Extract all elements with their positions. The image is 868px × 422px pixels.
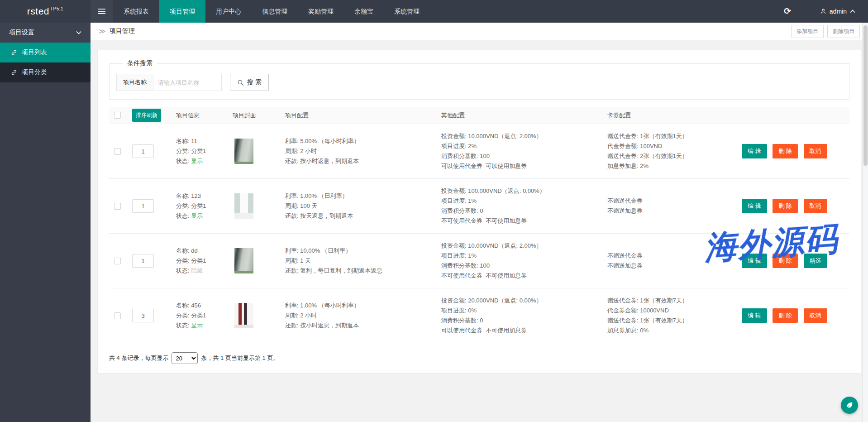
page-size-select[interactable]: 20 xyxy=(172,352,198,364)
edit-button[interactable]: 编 辑 xyxy=(742,254,767,268)
sort-order-input[interactable] xyxy=(132,199,154,213)
admin-username: admin xyxy=(830,8,847,15)
edit-button[interactable]: 编 辑 xyxy=(742,144,767,158)
status-badge: 显示 xyxy=(191,322,203,329)
sort-refresh-button[interactable]: 排序刷新 xyxy=(132,109,161,122)
sidebar-group-project-settings[interactable]: 项目设置 xyxy=(0,23,91,43)
table-row: 名称: 456 分类: 分类1 状态: 显示 利率: 1.00% （每小时利率）… xyxy=(109,288,849,343)
config-line: 还款: 按天返息，到期返本 xyxy=(285,211,438,221)
nav-project-management[interactable]: 项目管理 xyxy=(159,0,205,23)
delete-button[interactable]: 删 除 xyxy=(773,308,798,323)
coupon-line: 加息券加息: 0% xyxy=(607,326,738,336)
other-line: 可以使用代金券 不可使用加息券 xyxy=(441,326,604,336)
delete-project-button[interactable]: 删除项目 xyxy=(827,25,860,38)
row-checkbox[interactable] xyxy=(114,312,121,319)
admin-menu[interactable]: admin xyxy=(799,0,868,23)
pagination-summary: 共 4 条记录，每页显示 xyxy=(109,354,168,362)
chevron-up-icon xyxy=(850,10,855,13)
other-line: 投资金额: 10.000VND（返点: 2.00%） xyxy=(441,131,604,141)
breadcrumb-bar: ≫ 项目管理 添加项目 删除项目 xyxy=(91,23,868,40)
project-name-input[interactable] xyxy=(153,74,222,91)
delete-button[interactable]: 删 除 xyxy=(773,254,798,268)
scrollbar-thumb[interactable] xyxy=(863,25,868,166)
other-line: 投资金额: 100.000VND（返点: 0.00%） xyxy=(441,186,604,196)
user-icon xyxy=(820,8,826,14)
search-button-label: 搜 索 xyxy=(247,78,262,86)
coupon-line: 不赠送代金券 xyxy=(607,196,738,206)
project-cover-image xyxy=(234,303,253,328)
menu-toggle-button[interactable] xyxy=(91,0,113,23)
nav-reward-management[interactable]: 奖励管理 xyxy=(298,0,344,23)
project-status: 状态: 隐藏 xyxy=(176,266,229,276)
project-cover-image xyxy=(234,248,253,273)
edit-button[interactable]: 编 辑 xyxy=(742,308,767,323)
edit-button[interactable]: 编 辑 xyxy=(742,199,767,213)
other-line: 消费积分基数: 100 xyxy=(441,151,604,161)
floating-action-button[interactable] xyxy=(841,397,858,414)
delete-button[interactable]: 删 除 xyxy=(773,199,798,213)
search-button[interactable]: 搜 索 xyxy=(230,74,269,91)
row-checkbox[interactable] xyxy=(114,258,121,264)
config-line: 还款: 按小时返息，到期返本 xyxy=(285,156,438,166)
select-all-checkbox[interactable] xyxy=(114,112,121,119)
nav-yuebao[interactable]: 余额宝 xyxy=(344,0,384,23)
col-header-coupon: 卡券配置 xyxy=(604,111,738,120)
coupon-line: 不赠送加息券 xyxy=(607,206,738,216)
project-name: 名称: dd xyxy=(176,246,229,256)
sort-order-input[interactable] xyxy=(132,144,154,158)
project-name: 名称: 456 xyxy=(176,301,229,311)
config-line: 还款: 复利，每日复利，到期返本返息 xyxy=(285,266,438,276)
config-line: 周期: 2 小时 xyxy=(285,311,438,321)
page-title: 项目管理 xyxy=(110,27,135,35)
cancel-button[interactable]: 取消 xyxy=(804,199,827,213)
logo-version: TP5.1 xyxy=(50,6,63,11)
pagination-pages: 条，共 1 页当前显示第 1 页。 xyxy=(201,354,279,362)
coupon-line: 加息券加息: 2% xyxy=(607,161,738,171)
sidebar-item-project-list[interactable]: 项目列表 xyxy=(0,43,91,62)
project-category: 分类: 分类1 xyxy=(176,256,229,266)
other-line: 消费积分基数: 0 xyxy=(441,206,604,216)
nav-user-center[interactable]: 用户中心 xyxy=(205,0,252,23)
config-line: 利率: 1.00% （日利率） xyxy=(285,191,438,201)
search-row: 项目名称 搜 索 xyxy=(116,74,842,91)
search-icon xyxy=(237,79,244,86)
refresh-icon[interactable]: ⟳ xyxy=(776,0,799,23)
nav-system-management[interactable]: 系统管理 xyxy=(384,0,430,23)
app-logo: rstedTP5.1 xyxy=(0,0,91,23)
page-actions: 添加项目 删除项目 xyxy=(791,25,860,38)
nav-system-reports[interactable]: 系统报表 xyxy=(113,0,159,23)
sidebar-item-label: 项目分类 xyxy=(22,68,47,77)
scrollbar-track[interactable] xyxy=(862,23,868,422)
delete-button[interactable]: 删 除 xyxy=(773,144,798,158)
row-checkbox[interactable] xyxy=(114,148,121,155)
row-checkbox[interactable] xyxy=(114,203,121,210)
topbar: rstedTP5.1 系统报表 项目管理 用户中心 信息管理 奖励管理 余额宝 … xyxy=(0,0,868,23)
search-panel-legend: 条件搜索 xyxy=(123,59,157,67)
add-project-button[interactable]: 添加项目 xyxy=(791,25,824,38)
cancel-button[interactable]: 取消 xyxy=(804,308,827,323)
sort-order-input[interactable] xyxy=(132,254,154,268)
config-line: 利率: 5.00% （每小时利率） xyxy=(285,136,438,146)
coupon-line: 赠送代金券: 1张（有效期1天） xyxy=(607,131,738,141)
sort-order-input[interactable] xyxy=(132,309,154,322)
config-line: 还款: 按小时返息，到期返本 xyxy=(285,321,438,331)
sidebar-item-project-category[interactable]: 项目分类 xyxy=(0,62,91,82)
link-icon xyxy=(11,49,17,56)
nav-info-management[interactable]: 信息管理 xyxy=(252,0,298,23)
breadcrumb-chevrons-icon: ≫ xyxy=(99,27,106,35)
featured-button[interactable]: 精选 xyxy=(804,254,827,268)
sidebar: 项目设置 项目列表 项目分类 xyxy=(0,23,91,422)
leaf-icon xyxy=(845,401,854,410)
chevron-down-icon xyxy=(76,31,81,34)
other-line: 项目进度: 1% xyxy=(441,196,604,206)
project-name-label: 项目名称 xyxy=(116,74,153,91)
config-line: 利率: 1.00% （每小时利率） xyxy=(285,301,438,311)
table-header-row: 排序刷新 项目信息 项目封面 项目配置 其他配置 卡券配置 xyxy=(109,107,849,124)
topbar-right: ⟳ admin xyxy=(776,0,868,23)
col-header-cover: 项目封面 xyxy=(229,111,281,120)
table-row: 名称: 11 分类: 分类1 状态: 显示 利率: 5.00% （每小时利率） … xyxy=(109,124,849,179)
project-category: 分类: 分类1 xyxy=(176,311,229,321)
cancel-button[interactable]: 取消 xyxy=(804,144,827,158)
content-card: 条件搜索 项目名称 搜 索 排序刷新 项目信息 项目封面 项目配置 其他配置 卡… xyxy=(97,50,861,374)
project-table: 排序刷新 项目信息 项目封面 项目配置 其他配置 卡券配置 名称: 11 分类:… xyxy=(109,107,849,343)
